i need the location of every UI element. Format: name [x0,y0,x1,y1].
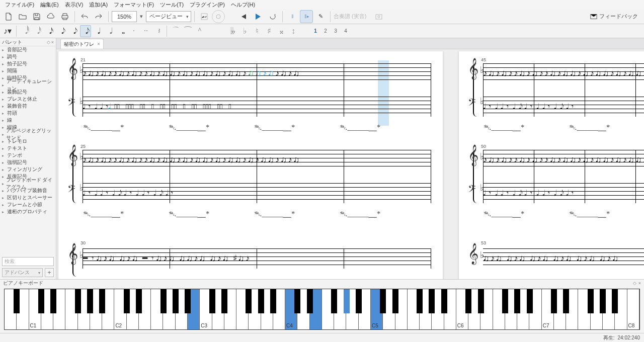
print-button[interactable] [58,10,71,23]
duration-quarter[interactable]: 𝅘𝅥 [92,25,103,37]
palette-undock[interactable]: ◇ [47,40,50,45]
metronome-button[interactable] [212,10,225,23]
add-workspace-button[interactable]: + [45,268,54,277]
natural-button[interactable]: ♮ [252,25,263,37]
black-key[interactable] [294,289,300,313]
black-key[interactable] [417,289,423,313]
repeat-end-button[interactable]: ⦀▸ [300,10,313,23]
zoom-input[interactable]: 150% [112,11,137,22]
duration-double-dot[interactable]: ·· [140,25,151,37]
duration-64th[interactable]: 𝅘𝅥𝅱 [20,25,31,37]
menu-file[interactable]: ファイル(F) [2,0,37,10]
image-capture-button[interactable] [198,10,211,23]
black-key[interactable] [441,289,447,313]
black-key[interactable] [75,289,81,313]
palette-item[interactable]: アルペジオとグリッサンド [0,131,56,138]
palette-item[interactable]: 連桁のプロパティ [0,208,56,215]
piano-keyboard[interactable]: C1C2C3C4C5C6C7C8 [4,289,640,330]
black-key[interactable] [514,289,520,313]
voice-2[interactable]: 2 [321,26,330,36]
marcato-button[interactable]: ＾ [194,25,205,37]
note-input-mode[interactable]: ♪▾ [2,25,13,37]
black-key[interactable] [50,289,56,313]
menu-edit[interactable]: 編集(E) [37,0,62,10]
workspace-dropdown[interactable]: アドバンス [2,268,43,277]
palette-item[interactable]: 強弱記号 [0,159,56,166]
black-key[interactable] [563,289,569,313]
palette-item[interactable]: フィンガリング [0,166,56,173]
duration-dot[interactable]: · [128,25,139,37]
black-key[interactable] [600,289,606,313]
black-key[interactable] [99,289,105,313]
score-tab[interactable]: 秘密のトワレ × [60,39,104,49]
palette-item[interactable]: テキスト [0,145,56,152]
black-key[interactable] [331,289,337,313]
voice-4[interactable]: 4 [341,26,350,36]
palette-item[interactable]: 線 [0,117,56,124]
view-mode-dropdown[interactable]: ページビュー [146,11,191,22]
flat-button[interactable]: ♭ [239,25,251,37]
duration-whole[interactable]: 𝅝 [116,25,127,37]
double-sharp-button[interactable]: 𝄪 [276,25,287,37]
feedback-button[interactable]: フィードバック [590,13,642,20]
black-key[interactable] [392,289,398,313]
redo-button[interactable] [92,10,105,23]
black-key[interactable] [160,289,167,313]
black-key[interactable] [478,289,484,313]
double-flat-button[interactable]: 𝄫 [227,25,238,37]
black-key[interactable] [209,289,215,313]
keyboard-undock[interactable]: ◇ [633,281,636,286]
menu-add[interactable]: 追加(A) [86,0,111,10]
black-key[interactable] [380,289,386,313]
tab-close-button[interactable]: × [97,41,100,47]
palette-item[interactable]: テンポ [0,152,56,159]
black-key[interactable] [502,289,508,313]
palette-item[interactable]: 間隔 [0,67,56,74]
duration-32nd[interactable]: 𝅘𝅥𝅰 [32,25,43,37]
duration-16th[interactable]: 𝅘𝅥𝅯 [44,25,55,37]
keyboard-close[interactable]: × [638,281,641,286]
black-key[interactable] [307,289,313,313]
black-key[interactable] [87,289,93,313]
menu-plugins[interactable]: プラグイン(P) [187,0,228,10]
cloud-button[interactable] [44,10,57,23]
black-key[interactable] [588,289,594,313]
menu-tools[interactable]: ツール(T) [157,0,187,10]
sharp-button[interactable]: ♯ [264,25,275,37]
palette-item[interactable]: 区切りとスペーサー [0,194,56,201]
palette-item[interactable]: フレームと小節 [0,201,56,208]
duration-8th-alt2[interactable]: 𝅘𝅥𝅮 [68,25,79,37]
duration-half[interactable]: 𝅗𝅥 [104,25,115,37]
palette-item[interactable]: アーティキュレーション [0,81,56,89]
black-key[interactable] [344,289,350,313]
save-button[interactable] [30,10,43,23]
black-key[interactable] [124,289,130,313]
menu-view[interactable]: 表示(V) [62,0,87,10]
palette-item[interactable]: フレットボード ダイアグラム [0,180,56,187]
palette-item[interactable]: 拍子記号 [0,60,56,67]
black-key[interactable] [246,289,252,313]
screenshot-button[interactable] [372,10,385,23]
black-key[interactable] [221,289,227,313]
black-key[interactable] [185,289,191,313]
palette-close[interactable]: × [51,40,54,45]
palette-item[interactable]: 符頭 [0,110,56,117]
new-file-button[interactable] [2,10,15,23]
search-input[interactable]: 検索 [2,257,54,266]
palette-item[interactable]: 音部記号 [0,46,56,53]
score-canvas[interactable]: 21𝄞♭♪♫♪♫♪♪♫♪♫♪♪♫♪♫♫♪♫♪♫♫♪♫♪♫♫♪♫♫♪♫♪♫♪♫𝄢♭… [56,49,644,279]
black-key[interactable] [173,289,179,313]
voice-3[interactable]: 3 [331,26,340,36]
slur-button[interactable]: ⁀ [182,25,193,37]
play-button[interactable] [251,10,264,23]
black-key[interactable] [612,289,618,313]
repeat-start-button[interactable]: ⦀ [286,10,299,23]
rest-button[interactable]: 𝄽 [152,25,164,37]
black-key[interactable] [527,289,533,313]
open-file-button[interactable] [16,10,29,23]
black-key[interactable] [258,289,264,313]
palette-item[interactable]: ブレスと休止 [0,96,56,103]
voice-1[interactable]: 1 [311,26,320,36]
black-key[interactable] [270,289,276,313]
black-key[interactable] [136,289,142,313]
